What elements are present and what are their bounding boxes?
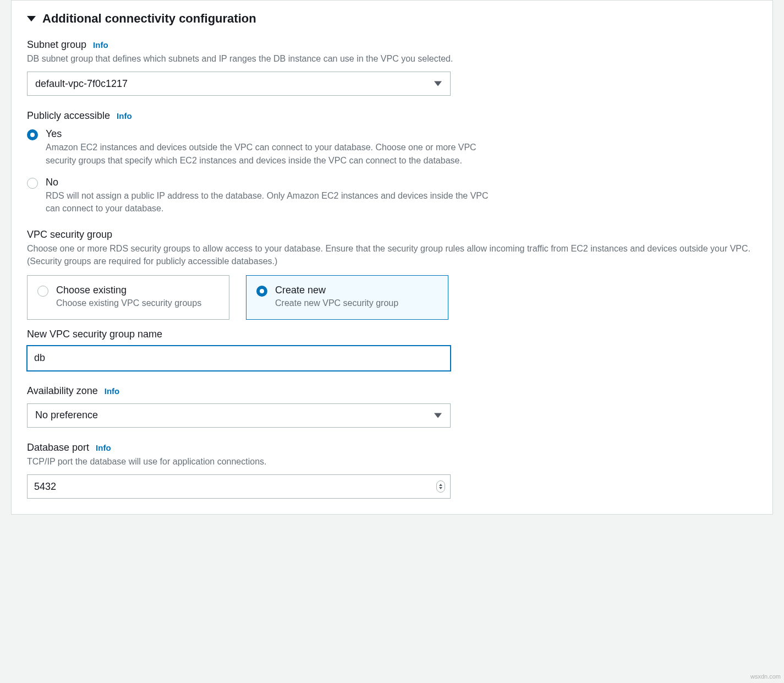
radio-selected-icon xyxy=(27,129,38,140)
spinner-up-icon xyxy=(439,484,442,486)
radio-selected-icon xyxy=(256,286,267,297)
vpc-security-group-field: VPC security group Choose one or more RD… xyxy=(27,229,757,371)
vpc-sg-label: VPC security group xyxy=(27,229,112,241)
tile-existing-desc: Choose existing VPC security groups xyxy=(56,298,201,308)
subnet-group-label: Subnet group xyxy=(27,39,86,51)
section-toggle[interactable]: Additional connectivity configuration xyxy=(27,12,757,26)
vpc-sg-desc: Choose one or more RDS security groups t… xyxy=(27,243,757,267)
subnet-group-desc: DB subnet group that defines which subne… xyxy=(27,53,757,65)
tile-create-title: Create new xyxy=(275,285,398,296)
db-port-label: Database port xyxy=(27,442,89,453)
tile-existing-title: Choose existing xyxy=(56,285,201,296)
new-vpc-sg-name-label: New VPC security group name xyxy=(27,329,757,340)
spinner-down-icon xyxy=(439,487,442,489)
new-vpc-sg-name-input[interactable] xyxy=(27,346,451,371)
radio-unselected-icon xyxy=(27,178,38,189)
publicly-accessible-field: Publicly accessible Info Yes Amazon EC2 … xyxy=(27,110,757,215)
publicly-accessible-yes[interactable]: Yes Amazon EC2 instances and devices out… xyxy=(27,128,757,166)
radio-no-label: No xyxy=(46,177,497,188)
db-port-info-link[interactable]: Info xyxy=(96,443,111,452)
tile-create-desc: Create new VPC security group xyxy=(275,298,398,308)
publicly-accessible-no[interactable]: No RDS will not assign a public IP addre… xyxy=(27,177,757,215)
availability-zone-field: Availability zone Info xyxy=(27,385,757,428)
vpc-sg-create-new-tile[interactable]: Create new Create new VPC security group xyxy=(246,275,448,320)
az-select[interactable] xyxy=(27,403,451,428)
subnet-group-select[interactable] xyxy=(27,72,451,96)
number-spinner[interactable] xyxy=(436,480,445,493)
radio-unselected-icon xyxy=(37,286,48,297)
caret-down-icon xyxy=(27,16,36,21)
additional-connectivity-panel: Additional connectivity configuration Su… xyxy=(11,0,773,515)
subnet-group-field: Subnet group Info DB subnet group that d… xyxy=(27,39,757,96)
section-title: Additional connectivity configuration xyxy=(42,12,256,26)
subnet-group-info-link[interactable]: Info xyxy=(93,40,108,50)
publicly-accessible-label: Publicly accessible xyxy=(27,110,110,122)
vpc-sg-choose-existing-tile[interactable]: Choose existing Choose existing VPC secu… xyxy=(27,275,229,320)
radio-yes-label: Yes xyxy=(46,128,497,140)
publicly-accessible-info-link[interactable]: Info xyxy=(117,111,132,121)
db-port-input[interactable] xyxy=(27,474,451,499)
az-label: Availability zone xyxy=(27,385,98,397)
radio-yes-desc: Amazon EC2 instances and devices outside… xyxy=(46,141,497,166)
db-port-desc: TCP/IP port the database will use for ap… xyxy=(27,456,757,468)
database-port-field: Database port Info TCP/IP port the datab… xyxy=(27,442,757,499)
az-info-link[interactable]: Info xyxy=(105,386,120,396)
radio-no-desc: RDS will not assign a public IP address … xyxy=(46,189,497,215)
